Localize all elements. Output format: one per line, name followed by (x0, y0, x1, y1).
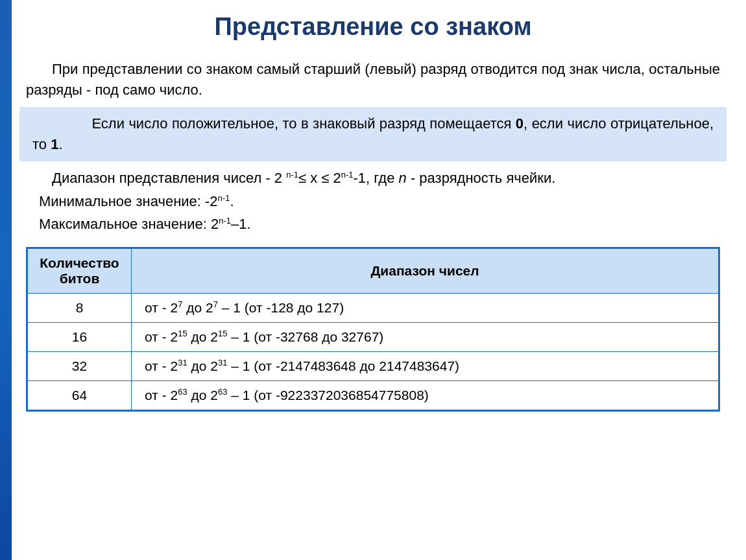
sup-n2: n-1 (341, 169, 354, 179)
range-64: от - 263 до 263 – 1 (от -922337203685477… (132, 380, 719, 410)
bits-8: 8 (28, 293, 132, 322)
bits-64: 64 (28, 380, 132, 410)
min-sup: n-1 (218, 193, 230, 203)
data-table-container: Количествобитов Диапазон чисел 8 от - 27… (26, 247, 720, 412)
sup-n1: n-1 (286, 169, 298, 179)
bold-one: 1 (51, 136, 58, 152)
range-8: от - 27 до 27 – 1 (от -128 до 127) (132, 293, 719, 322)
left-bar (0, 0, 12, 560)
table-header-row: Количествобитов Диапазон чисел (28, 248, 719, 293)
table-row: 32 от - 231 до 231 – 1 (от -2147483648 д… (28, 351, 719, 380)
max-sup: n-1 (219, 215, 231, 225)
highlighted-block: Если число положительное, то в знаковый … (19, 107, 727, 161)
italic-n: n (399, 170, 407, 186)
table-row: 16 от - 215 до 215 – 1 (от -32768 до 327… (28, 322, 719, 351)
col-header-bits: Количествобитов (28, 248, 132, 293)
min-value-line: Минимальное значение: -2n-1. (39, 191, 720, 213)
data-table: Количествобитов Диапазон чисел 8 от - 27… (27, 248, 719, 410)
bits-32: 32 (28, 351, 132, 380)
range-32: от - 231 до 231 – 1 (от -2147483648 до 2… (132, 351, 719, 380)
min-max-block: Минимальное значение: -2n-1. Максимально… (19, 188, 727, 237)
paragraph-2: Если число положительное, то в знаковый … (26, 113, 720, 155)
page-title: Представление со знаком (19, 13, 727, 41)
table-row: 64 от - 263 до 263 – 1 (от -922337203685… (28, 380, 719, 410)
table-row: 8 от - 27 до 27 – 1 (от -128 до 127) (28, 293, 719, 322)
main-content: Представление со знаком При представлени… (19, 0, 727, 412)
bold-zero: 0 (516, 115, 523, 132)
paragraph-3: Диапазон представления чисел - 2 n-1≤ x … (19, 168, 727, 189)
col-header-range: Диапазон чисел (132, 248, 719, 293)
paragraph-1: При представлении со знаком самый старши… (19, 59, 727, 100)
bits-16: 16 (28, 322, 132, 351)
range-16: от - 215 до 215 – 1 (от -32768 до 32767) (132, 322, 719, 351)
max-value-line: Максимальное значение: 2n-1–1. (39, 213, 720, 235)
